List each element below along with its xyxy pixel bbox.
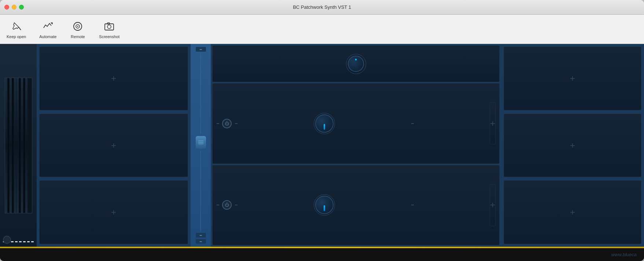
piano-key-5 — [14, 78, 16, 213]
synth-body: + + + − — [0, 44, 644, 247]
close-button[interactable] — [4, 5, 9, 10]
synth-area: + + + − — [0, 44, 644, 261]
piano-key-3 — [10, 78, 12, 213]
svg-line-0 — [19, 27, 21, 30]
module-slot-mid-left[interactable]: + — [39, 114, 188, 177]
brand-text: www.blueca — [611, 252, 637, 257]
divider-minus-mid-label: − — [199, 233, 202, 238]
add-module-icon-right-mid[interactable]: + — [490, 118, 495, 129]
keep-open-button[interactable]: Keep open — [4, 18, 29, 41]
maximize-button[interactable] — [19, 5, 24, 10]
module-controls-bot-left: − ⏻ − — [216, 200, 238, 210]
traffic-lights — [4, 5, 24, 10]
module-power-1[interactable]: ⏻ — [222, 119, 232, 128]
add-module-icon-3[interactable]: + — [111, 207, 116, 217]
divider-line-2 — [200, 151, 201, 232]
module-slot-far-right-mid[interactable]: + — [504, 114, 641, 177]
piano-strip — [5, 78, 32, 213]
knob-indicator-dot — [355, 59, 357, 60]
left-modules-area: + + + — [37, 44, 191, 247]
synth-module-mid: − ⏻ − − — [212, 83, 500, 164]
remote-button[interactable]: Remote — [67, 18, 89, 41]
module-slot-right-bot[interactable]: + — [490, 184, 496, 226]
power-icon-2: ⏻ — [225, 202, 229, 207]
synth-knob-bot[interactable] — [315, 196, 334, 214]
divider-scroll-area — [196, 52, 206, 233]
window-title: BC Patchwork Synth VST 1 — [293, 4, 351, 10]
module-minus-bot-2[interactable]: − — [235, 202, 238, 208]
divider-minus-mid[interactable]: − — [196, 233, 206, 238]
add-module-icon-fr-3[interactable]: + — [570, 207, 575, 217]
divider-minus-bot[interactable]: − — [196, 239, 206, 244]
module-power-2[interactable]: ⏻ — [222, 200, 232, 210]
add-module-icon-right-bot[interactable]: + — [490, 200, 495, 210]
module-minus-bot-1[interactable]: − — [216, 202, 219, 208]
left-panel-knob[interactable] — [3, 236, 11, 244]
module-slot-top-left[interactable]: + — [39, 47, 188, 110]
module-minus-3[interactable]: − — [411, 121, 414, 126]
divider-minus-top-label: − — [199, 47, 202, 52]
synth-knob-mid[interactable] — [315, 114, 334, 133]
divider-minus-bot-label: − — [199, 239, 202, 244]
piano-key-1 — [5, 78, 8, 213]
divider-minus-top[interactable]: − — [196, 47, 206, 52]
scroll-thumb[interactable] — [196, 136, 206, 149]
piano-key-6 — [16, 78, 19, 213]
automate-icon — [41, 20, 55, 33]
add-module-icon-2[interactable]: + — [111, 140, 116, 151]
synth-module-bot: − ⏻ − − — [212, 165, 500, 246]
piano-key-10 — [25, 78, 28, 213]
add-module-icon-fr-1[interactable]: + — [570, 73, 575, 84]
svg-point-6 — [107, 25, 111, 29]
module-slot-far-right-top[interactable]: + — [504, 47, 641, 110]
main-knob-1[interactable] — [348, 56, 364, 72]
module-minus-2[interactable]: − — [235, 121, 238, 126]
minimize-button[interactable] — [12, 5, 16, 10]
top-knob-module — [212, 45, 500, 82]
toolbar: Keep open Automate Remote — [0, 15, 644, 44]
left-panel — [0, 44, 37, 247]
remote-label: Remote — [71, 34, 85, 39]
module-slot-right-mid[interactable]: + — [490, 102, 496, 144]
piano-key-8 — [21, 78, 23, 213]
module-minus-bot-3[interactable]: − — [411, 202, 414, 208]
screenshot-icon — [103, 20, 116, 33]
screenshot-label: Screenshot — [99, 34, 119, 39]
keep-open-label: Keep open — [7, 34, 26, 39]
right-modules-area: − ⏻ − − — [211, 44, 501, 247]
add-module-icon-1[interactable]: + — [111, 73, 116, 84]
bottom-bar: www.blueca — [0, 248, 644, 261]
add-module-icon-fr-2[interactable]: + — [570, 140, 575, 151]
power-icon-1: ⏻ — [225, 121, 229, 126]
knob-container-bot — [313, 194, 335, 216]
svg-rect-7 — [107, 23, 110, 24]
keep-open-icon — [10, 20, 23, 33]
module-controls-left: − ⏻ − — [216, 119, 238, 128]
module-slot-bot-left[interactable]: + — [39, 180, 188, 244]
knob-indicator-mid — [324, 124, 325, 130]
knob-container-mid — [313, 113, 335, 135]
module-controls-bot-right: − — [411, 202, 414, 208]
top-knob-container — [346, 54, 366, 74]
knob-indicator-bot — [324, 205, 325, 211]
module-controls-right: − — [411, 121, 414, 126]
divider-line — [200, 53, 201, 134]
module-minus-1[interactable]: − — [216, 121, 219, 126]
titlebar: BC Patchwork Synth VST 1 — [0, 0, 644, 15]
center-divider: − − − — [191, 44, 211, 247]
remote-icon — [71, 20, 84, 33]
svg-point-4 — [77, 26, 78, 27]
automate-button[interactable]: Automate — [36, 18, 59, 41]
far-right-modules: + + + — [501, 44, 644, 247]
screenshot-button[interactable]: Screenshot — [96, 18, 122, 41]
automate-label: Automate — [39, 34, 56, 39]
module-slot-far-right-bot[interactable]: + — [504, 180, 641, 244]
main-window: BC Patchwork Synth VST 1 Keep open — [0, 0, 644, 261]
